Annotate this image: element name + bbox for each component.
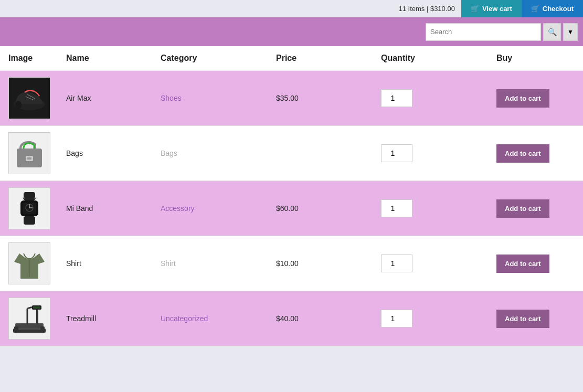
- product-image-air-max: [8, 77, 50, 119]
- search-button[interactable]: 🔍: [543, 23, 561, 41]
- product-price: $40.00: [276, 314, 381, 323]
- quantity-input[interactable]: [381, 199, 412, 217]
- col-name: Name: [66, 54, 161, 63]
- product-image-mi-band: [8, 187, 50, 229]
- quantity-input[interactable]: [381, 310, 412, 327]
- table-header: Image Name Category Price Quantity Buy: [0, 46, 583, 71]
- top-bar: 11 Items | $310.00 🛒 View cart 🛒 Checkou…: [0, 0, 583, 17]
- quantity-cell: [381, 199, 496, 217]
- product-table: Image Name Category Price Quantity Buy A…: [0, 46, 583, 346]
- product-image-bags: [8, 132, 50, 174]
- svg-point-18: [29, 267, 30, 268]
- add-to-cart-button[interactable]: Add to cart: [496, 89, 549, 108]
- svg-point-2: [15, 101, 22, 109]
- quantity-cell: [381, 144, 496, 162]
- chevron-down-icon: ▼: [567, 28, 574, 36]
- product-category: Bags: [161, 149, 276, 157]
- product-rows: Air Max Shoes $35.00 Add to cart: [0, 71, 583, 346]
- product-price: $35.00: [276, 94, 381, 102]
- svg-rect-26: [33, 306, 40, 309]
- checkout-button[interactable]: 🛒 Checkout: [522, 0, 583, 17]
- svg-rect-28: [40, 326, 45, 332]
- table-row: Mi Band Accessory $60.00 Add to cart: [0, 181, 583, 236]
- buy-cell: Add to cart: [496, 255, 575, 273]
- product-image-shirt: [8, 242, 50, 284]
- product-price: $60.00: [276, 204, 381, 213]
- purple-header: 🔍 ▼: [0, 17, 583, 46]
- col-buy: Buy: [496, 54, 575, 63]
- quantity-input[interactable]: [381, 255, 412, 272]
- svg-point-14: [34, 197, 36, 199]
- svg-point-17: [29, 262, 30, 264]
- search-icon: 🔍: [548, 28, 557, 36]
- table-row: Treadmill Uncategorized $40.00 Add to ca…: [0, 291, 583, 346]
- product-category: Shoes: [161, 94, 276, 102]
- product-name: Shirt: [66, 259, 161, 268]
- checkout-icon: 🛒: [531, 5, 539, 13]
- product-name: Air Max: [66, 94, 161, 102]
- product-name: Mi Band: [66, 204, 161, 213]
- quantity-input[interactable]: [381, 89, 412, 107]
- table-row: Bags Bags Add to cart: [0, 126, 583, 181]
- buy-cell: Add to cart: [496, 89, 575, 108]
- svg-rect-20: [9, 298, 50, 339]
- col-category: Category: [161, 54, 276, 63]
- add-to-cart-button[interactable]: Add to cart: [496, 255, 549, 273]
- col-quantity: Quantity: [381, 54, 496, 63]
- buy-cell: Add to cart: [496, 144, 575, 163]
- product-category: Shirt: [161, 259, 276, 268]
- buy-cell: Add to cart: [496, 199, 575, 218]
- svg-point-13: [23, 197, 25, 199]
- cart-info: 11 Items | $310.00: [392, 0, 461, 17]
- search-input[interactable]: [430, 28, 536, 36]
- svg-rect-23: [16, 324, 43, 329]
- add-to-cart-button[interactable]: Add to cart: [496, 144, 549, 163]
- col-price: Price: [276, 54, 381, 63]
- table-row: Shirt Shirt $10.00 Add to cart: [0, 236, 583, 291]
- add-to-cart-button[interactable]: Add to cart: [496, 310, 549, 328]
- dropdown-button[interactable]: ▼: [563, 23, 578, 41]
- quantity-cell: [381, 255, 496, 272]
- product-name: Bags: [66, 149, 161, 157]
- col-image: Image: [8, 54, 66, 63]
- svg-rect-24: [36, 308, 38, 324]
- svg-point-19: [29, 271, 30, 272]
- table-row: Air Max Shoes $35.00 Add to cart: [0, 71, 583, 126]
- svg-rect-9: [24, 216, 35, 225]
- product-image-treadmill: [8, 298, 50, 340]
- quantity-cell: [381, 310, 496, 327]
- cart-icon: 🛒: [471, 5, 479, 13]
- quantity-cell: [381, 89, 496, 107]
- svg-rect-8: [24, 192, 35, 200]
- product-price: $10.00: [276, 259, 381, 268]
- search-box: [426, 23, 541, 41]
- buy-cell: Add to cart: [496, 310, 575, 328]
- view-cart-button[interactable]: 🛒 View cart: [461, 0, 522, 17]
- product-category: Accessory: [161, 204, 276, 213]
- product-name: Treadmill: [66, 314, 161, 323]
- svg-rect-6: [27, 157, 31, 160]
- product-category: Uncategorized: [161, 314, 276, 323]
- add-to-cart-button[interactable]: Add to cart: [496, 199, 549, 218]
- quantity-input[interactable]: [381, 144, 412, 162]
- svg-rect-27: [14, 326, 18, 332]
